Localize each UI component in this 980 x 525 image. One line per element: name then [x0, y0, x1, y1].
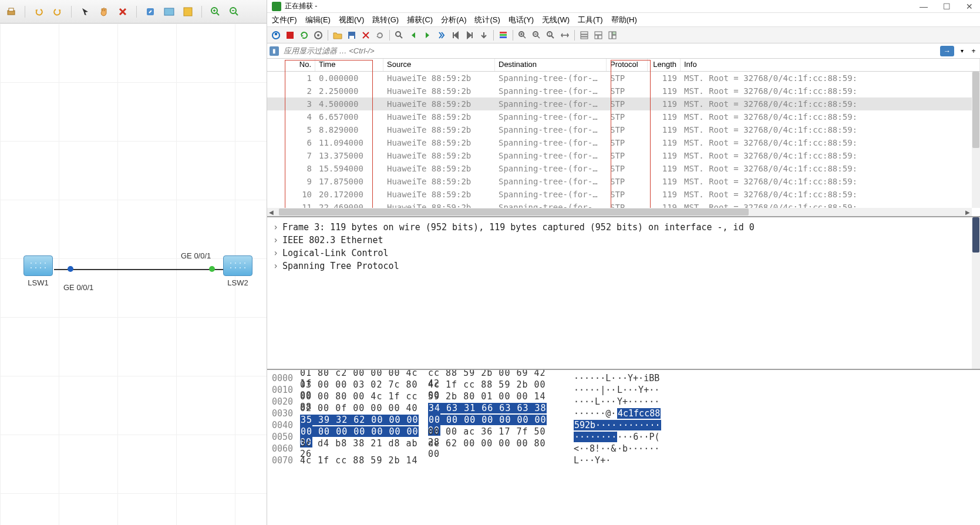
packet-row[interactable]: 713.375000HuaweiTe_88:59:2bSpanning-tree…: [267, 149, 980, 162]
menubar: 文件(F) 编辑(E) 视图(V) 跳转(G) 捕获(C) 分析(A) 统计(S…: [267, 13, 980, 27]
expand-icon[interactable]: ›: [273, 222, 279, 233]
capture-restart-icon[interactable]: [298, 29, 311, 42]
packet-row[interactable]: 611.094000HuaweiTe_88:59:2bSpanning-tree…: [267, 136, 980, 149]
link-line[interactable]: [54, 269, 223, 270]
hex-row[interactable]: 00603c d4 b8 38 21 d8 ab 26de 62 00 00 0…: [272, 443, 975, 455]
topology-canvas[interactable]: LSW1 LSW2 GE 0/0/1 GE 0/0/1: [0, 23, 267, 525]
packet-list: No. Time Source Destination Protocol Len…: [267, 59, 980, 217]
capture-options-icon[interactable]: [312, 29, 325, 42]
zoom-in-icon[interactable]: [516, 29, 529, 42]
col-source[interactable]: Source: [383, 59, 495, 71]
open-file-icon[interactable]: [331, 29, 344, 42]
packet-row[interactable]: 917.875000HuaweiTe_88:59:2bSpanning-tree…: [267, 175, 980, 188]
packet-row[interactable]: 22.250000HuaweiTe_88:59:2bSpanning-tree-…: [267, 85, 980, 97]
col-length[interactable]: Length: [648, 59, 681, 71]
svg-rect-22: [581, 35, 588, 36]
zoom-in-icon[interactable]: [209, 5, 222, 18]
bookmark-icon[interactable]: ▮: [270, 46, 279, 56]
capture-start-icon[interactable]: [270, 29, 282, 42]
menu-wireless[interactable]: 无线(W): [542, 15, 570, 25]
apply-filter-button[interactable]: →: [940, 46, 954, 56]
menu-telephony[interactable]: 电话(Y): [508, 15, 534, 25]
col-time[interactable]: Time: [315, 59, 383, 71]
goto-packet-icon[interactable]: [435, 29, 448, 42]
col-no[interactable]: No.: [267, 59, 315, 71]
layout1-icon[interactable]: [578, 29, 591, 42]
packet-row[interactable]: 815.594000HuaweiTe_88:59:2bSpanning-tree…: [267, 162, 980, 175]
menu-file[interactable]: 文件(F): [272, 15, 297, 25]
hand-icon[interactable]: [97, 5, 110, 18]
switch-label: LSW2: [223, 278, 252, 287]
area-icon[interactable]: [163, 5, 176, 18]
packet-row[interactable]: 58.829000HuaweiTe_88:59:2bSpanning-tree-…: [267, 123, 980, 136]
first-packet-icon[interactable]: [449, 29, 462, 42]
menu-go[interactable]: 跳转(G): [372, 15, 399, 25]
hex-dump[interactable]: 000001 80 c2 00 00 00 4c 1fcc 88 59 2b 0…: [267, 370, 980, 525]
menu-analyze[interactable]: 分析(A): [441, 15, 466, 25]
print-icon[interactable]: [5, 5, 18, 18]
add-filter-button[interactable]: +: [969, 46, 978, 56]
expand-icon[interactable]: ›: [273, 235, 279, 245]
last-packet-icon[interactable]: [463, 29, 476, 42]
menu-edit[interactable]: 编辑(E): [305, 15, 331, 25]
h-scrollbar[interactable]: ◀ ▶: [267, 208, 972, 216]
v-scroll-thumb[interactable]: [972, 72, 979, 148]
svg-rect-29: [612, 35, 616, 39]
edit-icon[interactable]: [144, 5, 157, 18]
minimize-button[interactable]: —: [917, 2, 930, 11]
details-scroll-thumb[interactable]: [972, 217, 979, 253]
zoom-reset-icon[interactable]: 1: [544, 29, 557, 42]
filter-bar: ▮ → ▾ +: [267, 43, 980, 59]
expand-icon[interactable]: ›: [273, 248, 279, 258]
packet-row[interactable]: 10.000000HuaweiTe_88:59:2bSpanning-tree-…: [267, 72, 980, 85]
v-scrollbar[interactable]: [972, 72, 980, 208]
grid-icon[interactable]: [181, 5, 194, 18]
resize-columns-icon[interactable]: [558, 29, 571, 42]
find-icon[interactable]: [393, 29, 406, 42]
display-filter-input[interactable]: [282, 45, 937, 56]
close-button[interactable]: ✕: [964, 2, 975, 11]
close-file-icon[interactable]: [359, 29, 372, 42]
svg-rect-12: [349, 36, 354, 39]
expand-icon[interactable]: ›: [273, 261, 279, 271]
details-scrollbar[interactable]: [972, 217, 980, 369]
filter-dropdown-icon[interactable]: ▾: [958, 46, 966, 56]
scroll-left-icon[interactable]: ◀: [267, 208, 275, 216]
svg-rect-8: [287, 32, 294, 39]
redo-icon[interactable]: [51, 5, 64, 18]
menu-tools[interactable]: 工具(T): [578, 15, 603, 25]
menu-view[interactable]: 视图(V): [339, 15, 364, 25]
packet-details[interactable]: ›Frame 3: 119 bytes on wire (952 bits), …: [267, 217, 980, 370]
prev-packet-icon[interactable]: [407, 29, 420, 42]
layout3-icon[interactable]: [606, 29, 619, 42]
menu-capture[interactable]: 捕获(C): [407, 15, 433, 25]
packet-row[interactable]: 1020.172000HuaweiTe_88:59:2bSpanning-tre…: [267, 188, 980, 201]
auto-scroll-icon[interactable]: [477, 29, 490, 42]
h-scroll-thumb[interactable]: [279, 208, 749, 216]
hex-row[interactable]: 00704c 1f cc 88 59 2b 14L···Y+·: [272, 455, 975, 466]
layout2-icon[interactable]: [592, 29, 605, 42]
zoom-out-icon[interactable]: [530, 29, 543, 42]
zoom-out-icon[interactable]: [228, 5, 241, 18]
save-file-icon[interactable]: [345, 29, 358, 42]
packet-row[interactable]: 46.657000HuaweiTe_88:59:2bSpanning-tree-…: [267, 110, 980, 123]
next-packet-icon[interactable]: [421, 29, 434, 42]
col-info[interactable]: Info: [681, 59, 980, 71]
undo-icon[interactable]: [32, 5, 45, 18]
colorize-icon[interactable]: [497, 29, 510, 42]
port-dot-left: [68, 266, 73, 272]
scroll-right-icon[interactable]: ▶: [964, 208, 972, 216]
menu-stats[interactable]: 统计(S): [474, 15, 500, 25]
pointer-icon[interactable]: [79, 5, 92, 18]
menu-help[interactable]: 帮助(H): [611, 15, 637, 25]
maximize-button[interactable]: ☐: [941, 2, 953, 11]
col-destination[interactable]: Destination: [495, 59, 607, 71]
switch-lsw1[interactable]: LSW1: [23, 255, 53, 287]
packet-rows[interactable]: 10.000000HuaweiTe_88:59:2bSpanning-tree-…: [267, 72, 980, 214]
col-protocol[interactable]: Protocol: [607, 59, 648, 71]
packet-row[interactable]: 34.500000HuaweiTe_88:59:2bSpanning-tree-…: [267, 97, 980, 110]
delete-icon[interactable]: [116, 5, 129, 18]
switch-lsw2[interactable]: LSW2: [223, 255, 252, 287]
capture-stop-icon[interactable]: [284, 29, 297, 42]
reload-icon[interactable]: [373, 29, 386, 42]
